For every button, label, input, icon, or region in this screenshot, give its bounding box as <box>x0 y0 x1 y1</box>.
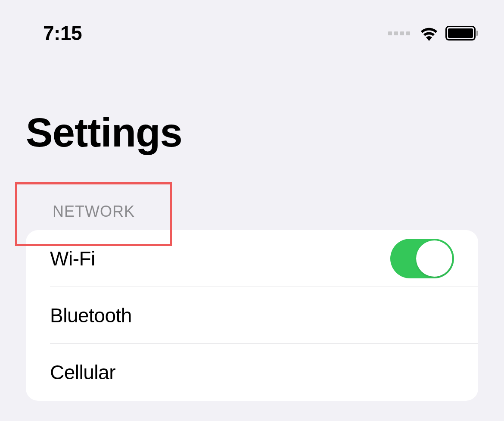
settings-row-bluetooth[interactable]: Bluetooth <box>26 287 478 344</box>
settings-group: Wi-Fi Bluetooth Cellular <box>26 230 478 401</box>
battery-icon <box>445 26 478 41</box>
signal-dots-icon <box>388 31 410 35</box>
toggle-knob <box>416 240 452 277</box>
status-icons <box>388 25 478 41</box>
page-title: Settings <box>0 45 504 156</box>
status-bar: 7:15 <box>0 0 504 45</box>
row-label: Wi-Fi <box>50 247 95 270</box>
section-header-network: NETWORK <box>0 156 504 230</box>
row-label: Bluetooth <box>50 304 132 327</box>
wifi-toggle[interactable] <box>390 239 454 278</box>
row-label: Cellular <box>50 361 115 384</box>
status-time: 7:15 <box>43 22 82 45</box>
settings-row-wifi[interactable]: Wi-Fi <box>26 230 478 287</box>
settings-row-cellular[interactable]: Cellular <box>26 344 478 401</box>
wifi-icon <box>419 25 439 41</box>
